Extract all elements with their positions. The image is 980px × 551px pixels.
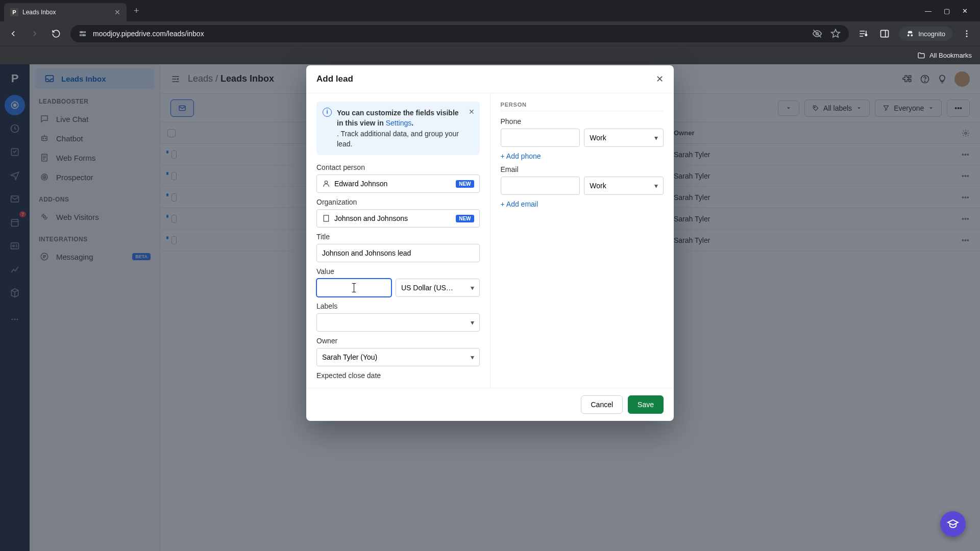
building-icon bbox=[322, 214, 330, 222]
media-icon[interactable] bbox=[856, 27, 870, 41]
bookmarks-bar: All Bookmarks bbox=[0, 46, 980, 64]
email-type-select[interactable]: Work▾ bbox=[584, 177, 664, 195]
close-icon[interactable]: ✕ bbox=[114, 8, 120, 16]
value-label: Value bbox=[316, 267, 480, 276]
chevron-down-icon: ▾ bbox=[654, 182, 658, 190]
new-tab-button[interactable]: + bbox=[129, 6, 144, 16]
settings-link[interactable]: Settings bbox=[386, 119, 412, 127]
close-icon[interactable]: ✕ bbox=[656, 73, 664, 85]
svg-point-11 bbox=[966, 36, 968, 37]
chevron-down-icon: ▾ bbox=[654, 134, 658, 142]
incognito-indicator[interactable]: Incognito bbox=[899, 27, 952, 41]
owner-label: Owner bbox=[316, 337, 480, 345]
person-icon bbox=[322, 180, 330, 188]
browser-menu-icon[interactable] bbox=[960, 27, 974, 41]
phone-type-select[interactable]: Work▾ bbox=[584, 129, 664, 147]
site-settings-icon bbox=[79, 30, 87, 38]
add-email-link[interactable]: + Add email bbox=[501, 200, 664, 208]
tab-title: Leads Inbox bbox=[22, 9, 110, 16]
svg-rect-7 bbox=[881, 30, 889, 37]
address-bar: moodjoy.pipedrive.com/leads/inbox Incogn… bbox=[0, 21, 980, 46]
browser-tab[interactable]: P Leads Inbox ✕ bbox=[4, 3, 127, 21]
all-bookmarks-link[interactable]: All Bookmarks bbox=[929, 52, 972, 59]
info-icon: i bbox=[323, 108, 332, 117]
side-panel-icon[interactable] bbox=[877, 27, 892, 41]
browser-chrome: P Leads Inbox ✕ + — ▢ ✕ moodjoy.pipedriv… bbox=[0, 0, 980, 64]
title-field[interactable]: Johnson and Johnsons lead bbox=[316, 244, 480, 262]
value-amount-field[interactable] bbox=[316, 279, 391, 297]
help-fab[interactable] bbox=[940, 511, 966, 537]
new-badge: NEW bbox=[456, 180, 474, 188]
close-icon[interactable]: ✕ bbox=[469, 107, 475, 117]
expected-close-date-label: Expected close date bbox=[316, 371, 480, 380]
star-icon[interactable] bbox=[830, 29, 841, 39]
add-lead-modal: Add lead ✕ i You can customize the field… bbox=[306, 65, 674, 421]
svg-point-6 bbox=[865, 34, 867, 36]
add-phone-link[interactable]: + Add phone bbox=[501, 152, 664, 160]
folder-icon bbox=[917, 52, 925, 60]
favicon-icon: P bbox=[10, 8, 18, 16]
back-button[interactable] bbox=[6, 27, 20, 41]
window-controls: — ▢ ✕ bbox=[925, 7, 976, 15]
cancel-button[interactable]: Cancel bbox=[581, 395, 623, 414]
chevron-down-icon: ▾ bbox=[471, 353, 474, 361]
svg-point-43 bbox=[325, 181, 327, 184]
modal-header: Add lead ✕ bbox=[306, 65, 674, 93]
url-text: moodjoy.pipedrive.com/leads/inbox bbox=[93, 30, 204, 38]
modal-title: Add lead bbox=[316, 74, 353, 84]
title-label: Title bbox=[316, 233, 480, 241]
incognito-icon bbox=[906, 30, 914, 38]
email-field[interactable] bbox=[501, 177, 580, 195]
owner-select[interactable]: Sarah Tyler (You)▾ bbox=[316, 348, 480, 366]
close-window-icon[interactable]: ✕ bbox=[962, 7, 968, 15]
svg-point-2 bbox=[81, 32, 83, 33]
forward-button[interactable] bbox=[28, 27, 42, 41]
text-cursor-icon bbox=[354, 283, 354, 292]
phone-label: Phone bbox=[501, 117, 664, 126]
minimize-icon[interactable]: — bbox=[925, 7, 932, 15]
maximize-icon[interactable]: ▢ bbox=[944, 7, 950, 15]
modal-left-column: i You can customize the fields visible i… bbox=[306, 93, 491, 388]
modal-right-column: PERSON Phone Work▾ + Add phone Email Wor… bbox=[491, 93, 674, 388]
graduation-cap-icon bbox=[947, 518, 959, 530]
labels-select[interactable]: ▾ bbox=[316, 313, 480, 332]
svg-point-10 bbox=[966, 33, 968, 35]
labels-label: Labels bbox=[316, 302, 480, 310]
person-section-heading: PERSON bbox=[501, 102, 664, 111]
url-box[interactable]: moodjoy.pipedrive.com/leads/inbox bbox=[70, 25, 849, 42]
contact-person-field[interactable]: Edward Johnson NEW bbox=[316, 174, 480, 193]
currency-select[interactable]: US Dollar (US…▾ bbox=[396, 279, 480, 297]
organization-label: Organization bbox=[316, 198, 480, 206]
phone-field[interactable] bbox=[501, 129, 580, 147]
modal-footer: Cancel Save bbox=[306, 388, 674, 421]
chevron-down-icon: ▾ bbox=[471, 318, 474, 327]
reload-button[interactable] bbox=[49, 27, 63, 41]
svg-point-9 bbox=[966, 30, 968, 32]
svg-rect-44 bbox=[324, 215, 328, 221]
organization-field[interactable]: Johnson and Johnsons NEW bbox=[316, 209, 480, 228]
new-badge: NEW bbox=[456, 215, 474, 222]
eye-off-icon[interactable] bbox=[812, 29, 822, 39]
info-banner: i You can customize the fields visible i… bbox=[316, 102, 480, 155]
tab-strip: P Leads Inbox ✕ + — ▢ ✕ bbox=[0, 0, 980, 21]
chevron-down-icon: ▾ bbox=[471, 284, 474, 292]
save-button[interactable]: Save bbox=[628, 395, 664, 414]
contact-person-label: Contact person bbox=[316, 163, 480, 171]
svg-point-3 bbox=[83, 35, 85, 36]
email-label: Email bbox=[501, 165, 664, 173]
